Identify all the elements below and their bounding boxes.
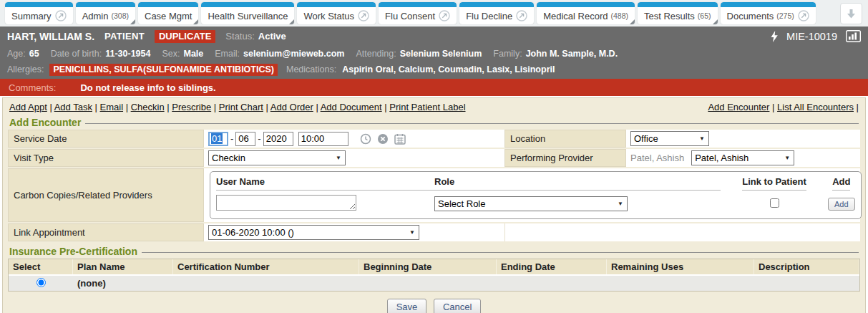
cc-role-select[interactable]: Select Role — [434, 196, 628, 211]
cc-add-header: Add — [832, 174, 850, 191]
fold-corner-icon — [713, 19, 718, 24]
demographic-pair: Sex: Male — [162, 49, 203, 59]
comments-label: Comments: — [9, 82, 56, 93]
allergies-medications-row: Allergies: PENICILLINS, SULFA(SULFONAMID… — [0, 62, 868, 79]
tab-accent-bar — [537, 2, 635, 7]
tab-accent-bar — [721, 2, 816, 7]
download-button[interactable] — [840, 3, 862, 24]
insurance-column-header: Select — [9, 259, 73, 274]
demographic-value: Male — [183, 49, 203, 59]
insurance-title: Insurance Pre-Certification — [9, 246, 137, 257]
tab[interactable]: Summary — [5, 2, 73, 24]
encounter-link[interactable]: Add Encounter — [708, 102, 769, 112]
action-link[interactable]: Checkin — [131, 102, 165, 112]
cc-link-to-patient-checkbox[interactable] — [770, 198, 779, 208]
tab-label: Health Surveillance — [208, 11, 288, 21]
demographic-pair: Attending: Selenium Selenium — [356, 49, 482, 59]
popout-icon[interactable] — [516, 10, 527, 21]
chart-tabs: Summary Admin (308) — [5, 2, 816, 24]
clock-icon[interactable] — [360, 133, 371, 145]
demographic-pair: Age: 65 — [7, 49, 39, 59]
popout-icon[interactable] — [439, 10, 450, 21]
tab-accent-bar — [76, 2, 135, 7]
clear-date-icon[interactable] — [377, 133, 389, 145]
encounter-content: Add ApptAdd TaskEmailCheckinPrescribePri… — [2, 97, 866, 313]
patient-type: PATIENT — [104, 31, 145, 42]
demographic-label: Email: — [215, 49, 240, 59]
tab-label: Work Status — [303, 11, 354, 21]
cc-role-header: Role — [434, 174, 721, 191]
tab[interactable]: Test Results (65) — [638, 2, 718, 24]
demographic-value: selenium@mieweb.com — [243, 49, 344, 59]
tab[interactable]: Flu Decline — [459, 2, 534, 24]
action-link[interactable]: Prescribe — [172, 102, 211, 112]
action-link[interactable]: Add Order — [270, 102, 313, 112]
tab[interactable]: Medical Record (488) — [537, 2, 635, 24]
tab[interactable]: Admin (308) — [76, 2, 135, 24]
tab-count: (275) — [776, 11, 794, 20]
tab[interactable]: Case Mgmt — [138, 2, 198, 24]
insurance-column-header: Beginning Date — [359, 259, 497, 274]
carbon-copies-label: Carbon Copies/Related Providers — [8, 168, 204, 222]
flowsheet-chart-icon[interactable] — [846, 30, 861, 42]
duplicate-badge[interactable]: DUPLICATE — [155, 30, 215, 43]
insurance-column-header: Ending Date — [497, 259, 607, 274]
insurance-column-header: Plan Name — [73, 259, 173, 274]
action-link[interactable]: Print Chart — [219, 102, 263, 112]
performing-provider-select[interactable]: Patel, Ashish — [691, 150, 794, 165]
demographic-value: Selenium Selenium — [400, 49, 482, 59]
insurance-select-radio[interactable] — [36, 278, 46, 287]
cc-add-button[interactable]: Add — [828, 198, 855, 211]
chart-id: MIE-10019 — [786, 31, 837, 42]
tab-count: (308) — [111, 11, 129, 20]
demographic-value: 65 — [29, 49, 39, 59]
tab[interactable]: Health Surveillance — [201, 2, 294, 24]
popout-icon[interactable] — [55, 10, 67, 21]
service-time-input[interactable] — [298, 132, 348, 146]
patient-demographics: Age: 65 Date of birth: 11-30-1954 Sex: M… — [0, 46, 868, 62]
service-date-day-input[interactable] — [235, 132, 255, 146]
link-appointment-select[interactable]: 01-06-2020 10:00 () — [208, 225, 419, 240]
tab-label: Admin — [82, 11, 109, 21]
save-button[interactable]: Save — [387, 299, 427, 313]
visit-type-select[interactable]: Checkin — [208, 150, 346, 165]
cancel-button[interactable]: Cancel — [434, 299, 481, 313]
location-select[interactable]: Office — [630, 131, 709, 146]
performing-provider-text: Patel, Ashish — [630, 153, 684, 163]
demographic-pair: Family: John M. Sample, M.D. — [493, 49, 618, 59]
medications-value: Aspirin Oral, Calcium, Coumadin, Lasix, … — [342, 64, 555, 74]
status-value: Active — [258, 31, 286, 42]
calendar-icon[interactable] — [394, 133, 406, 145]
cc-user-name-header: User Name — [216, 174, 434, 191]
tab-count: (488) — [611, 11, 629, 20]
tab-label: Case Mgmt — [145, 11, 192, 21]
action-links-left: Add ApptAdd TaskEmailCheckinPrescribePri… — [9, 102, 466, 112]
allergies-value[interactable]: PENICILLINS, SULFA(SULFONAMIDE ANTIBIOTI… — [49, 64, 278, 76]
tab-accent-bar — [5, 2, 73, 7]
service-date-year-input[interactable] — [263, 132, 293, 146]
tab[interactable]: Work Status — [297, 2, 376, 24]
patient-header-row1: HART, WILLIAM S. PATIENT DUPLICATE Statu… — [0, 27, 868, 46]
encounter-link[interactable]: List All Encounters — [777, 102, 854, 112]
tab-label: Documents — [727, 11, 774, 21]
popout-icon[interactable] — [358, 10, 369, 21]
service-date-month-input[interactable]: 01 — [208, 132, 228, 146]
comments-text: Do not release info to siblings. — [80, 82, 215, 93]
demographic-label: Family: — [493, 49, 522, 59]
tab[interactable]: Flu Consent — [379, 2, 457, 24]
tab[interactable]: Documents (275) — [721, 2, 816, 24]
action-links-right: Add EncounterList All Encounters — [708, 102, 859, 112]
action-link[interactable]: Email — [100, 102, 124, 112]
demographic-pair: Email: selenium@mieweb.com — [215, 49, 344, 59]
cc-user-name-input[interactable] — [216, 195, 356, 211]
tab-accent-bar — [201, 2, 294, 7]
link-appointment-row: Link Appointment 01-06-2020 10:00 () — [8, 223, 860, 243]
footer-buttons: Save Cancel — [8, 292, 860, 313]
action-link[interactable]: Add Task — [54, 102, 92, 112]
comments-bar: Comments: Do not release info to sibling… — [0, 79, 868, 96]
carbon-copies-panel: User Name Role Link to Patient Add Selec… — [210, 171, 862, 219]
action-link[interactable]: Add Document — [321, 102, 382, 112]
action-link[interactable]: Add Appt — [9, 102, 47, 112]
popout-icon[interactable] — [798, 10, 809, 21]
action-link[interactable]: Print Patient Label — [389, 102, 465, 112]
